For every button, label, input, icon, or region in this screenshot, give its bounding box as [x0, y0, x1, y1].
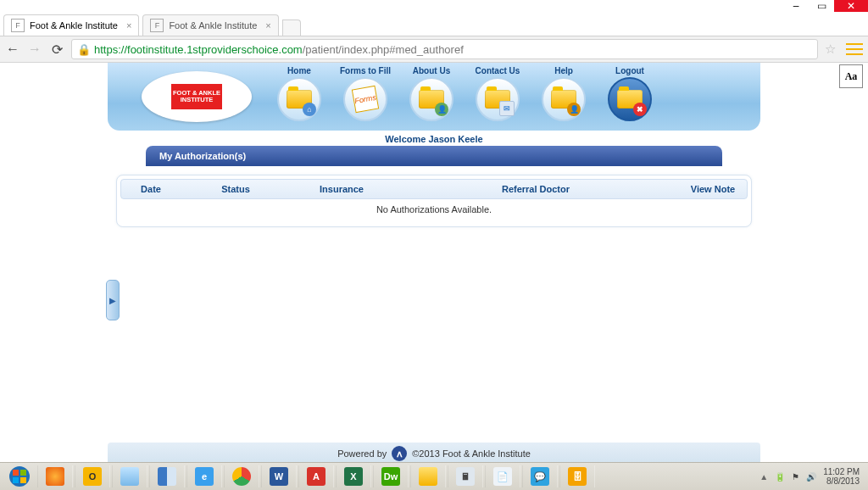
bookmark-star-icon[interactable]: ☆: [825, 42, 836, 57]
footer-copyright: ©2013 Foot & Ankle Institute: [412, 448, 531, 459]
main-nav: Home ⌂ Forms to Fill Forms About Us: [273, 66, 656, 121]
minimize-button[interactable]: –: [783, 0, 809, 12]
taskbar-app-chat[interactable]: 💬: [522, 465, 558, 487]
svg-rect-3: [13, 477, 19, 483]
toolbar: ← → ⟳ 🔒 https://footinstitute.1stprovide…: [0, 36, 868, 63]
back-button[interactable]: ←: [5, 42, 20, 57]
section-title-bar: My Authorization(s): [146, 146, 722, 166]
url-path: /patient/index.php#med_authoref: [303, 43, 464, 56]
forward-button[interactable]: →: [27, 42, 42, 57]
nav-orb: 👤: [409, 77, 453, 121]
nav-orb: ⌂: [277, 77, 321, 121]
windows-taskbar: O e W A X Dw 🖩 📄 💬 🗄 ▲ 🔋 ⚑ 🔊 11:02 PM 8/…: [0, 462, 868, 490]
close-button[interactable]: ✕: [834, 0, 868, 12]
col-insurance[interactable]: Insurance: [291, 184, 392, 194]
col-view-note[interactable]: View Note: [679, 184, 747, 194]
volume-icon[interactable]: 🔊: [806, 472, 816, 482]
nav-item-home[interactable]: Home ⌂: [273, 66, 326, 121]
taskbar-app-firefox[interactable]: [37, 465, 73, 487]
empty-state-message: No Authorizations Available.: [120, 199, 748, 223]
person-icon: 👤: [435, 103, 448, 116]
url-protocol: https://: [94, 43, 127, 56]
url-domain: footinstitute.1stproviderschoice.com: [127, 43, 303, 56]
taskbar-app-finder[interactable]: [149, 465, 185, 487]
logo: FOOT & ANKLE INSTITUTE: [142, 71, 252, 122]
window-caption-bar: – ▭ ✕: [0, 0, 868, 12]
home-icon: ⌂: [303, 103, 316, 116]
col-referral-doctor[interactable]: Referral Doctor: [392, 184, 679, 194]
forms-icon: Forms: [352, 86, 379, 113]
taskbar-app-calc[interactable]: 🖩: [448, 465, 483, 487]
start-button[interactable]: [3, 465, 36, 487]
tab-title: Foot & Ankle Institute: [30, 20, 118, 31]
nav-orb: 👤: [542, 77, 586, 121]
authorizations-card: Date Status Insurance Referral Doctor Vi…: [116, 175, 752, 227]
nav-item-logout[interactable]: Logout ✖: [604, 66, 656, 121]
nav-label: Home: [273, 66, 326, 75]
nav-item-about[interactable]: About Us 👤: [405, 66, 458, 121]
maximize-button[interactable]: ▭: [809, 0, 834, 12]
favicon-icon: F: [150, 19, 164, 32]
browser-tab-1[interactable]: F Foot & Ankle Institute ×: [3, 14, 139, 36]
time-text: 11:02 PM: [823, 467, 860, 476]
nav-label: Forms to Fill: [339, 66, 392, 75]
tab-close-icon[interactable]: ×: [126, 20, 131, 31]
header-banner: FOOT & ANKLE INSTITUTE Home ⌂ Forms to F…: [108, 63, 760, 131]
svg-point-0: [9, 466, 30, 487]
nav-label: About Us: [405, 66, 458, 75]
welcome-text: Welcome Jason Keele: [108, 131, 760, 146]
close-circle-icon: ✖: [633, 103, 647, 116]
tab-strip: F Foot & Ankle Institute × F Foot & Ankl…: [0, 12, 868, 36]
reload-button[interactable]: ⟳: [49, 42, 64, 58]
taskbar-app-ie[interactable]: e: [186, 465, 222, 487]
svg-rect-2: [20, 470, 26, 476]
date-text: 8/8/2013: [823, 476, 860, 486]
nav-item-forms[interactable]: Forms to Fill Forms: [339, 66, 392, 121]
nav-orb: ✉: [476, 77, 520, 121]
col-date[interactable]: Date: [121, 184, 181, 194]
taskbar-app-outlook[interactable]: O: [75, 465, 110, 487]
svg-rect-1: [13, 470, 19, 476]
text-size-button[interactable]: Aa: [839, 64, 863, 88]
footer-text: Powered by: [337, 448, 387, 459]
taskbar-app-explorer[interactable]: [410, 465, 446, 487]
logo-text: FOOT & ANKLE INSTITUTE: [171, 84, 222, 109]
chrome-menu-icon[interactable]: [846, 39, 863, 59]
taskbar-app-excel[interactable]: X: [336, 465, 371, 487]
taskbar-app-libraries[interactable]: [112, 465, 147, 487]
section-title: My Authorization(s): [159, 151, 246, 161]
nav-orb: Forms: [343, 77, 387, 121]
tab-title: Foot & Ankle Institute: [169, 20, 257, 31]
content-wrapper: ▶ FOOT & ANKLE INSTITUTE Home ⌂ Forms to…: [108, 63, 760, 227]
taskbar-app-reader[interactable]: A: [298, 465, 334, 487]
taskbar-app-word[interactable]: W: [261, 465, 297, 487]
taskbar-app-chrome[interactable]: [224, 465, 259, 487]
taskbar-app-dreamweaver[interactable]: Dw: [373, 465, 409, 487]
taskbar-app-notepad[interactable]: 📄: [485, 465, 520, 487]
tray-overflow-icon[interactable]: ▲: [760, 472, 768, 482]
address-bar[interactable]: 🔒 https://footinstitute.1stproviderschoi…: [71, 39, 818, 59]
nav-item-contact[interactable]: Contact Us ✉: [471, 66, 524, 121]
nav-orb: ✖: [608, 77, 652, 121]
lock-icon: 🔒: [77, 43, 91, 56]
mail-icon: ✉: [499, 101, 515, 116]
windows-logo-icon: [8, 465, 31, 487]
nav-label: Logout: [604, 66, 656, 75]
tab-close-icon[interactable]: ×: [265, 20, 270, 31]
flag-icon[interactable]: ⚑: [792, 472, 799, 482]
favicon-icon: F: [11, 19, 25, 32]
page-viewport: Aa ▶ FOOT & ANKLE INSTITUTE Home ⌂ Forms…: [0, 63, 868, 465]
nav-item-help[interactable]: Help 👤: [537, 66, 590, 121]
table-header-row: Date Status Insurance Referral Doctor Vi…: [120, 179, 748, 199]
footer-logo-icon: ʌ: [392, 446, 407, 461]
taskbar-app-db[interactable]: 🗄: [559, 465, 595, 487]
side-expand-handle[interactable]: ▶: [106, 280, 120, 320]
nav-label: Contact Us: [471, 66, 524, 75]
svg-rect-4: [20, 477, 26, 483]
person-icon: 👤: [567, 103, 581, 116]
battery-icon[interactable]: 🔋: [775, 472, 785, 482]
new-tab-button[interactable]: [282, 19, 301, 36]
browser-tab-2[interactable]: F Foot & Ankle Institute ×: [142, 14, 278, 36]
col-status[interactable]: Status: [181, 184, 291, 194]
taskbar-clock[interactable]: 11:02 PM 8/8/2013: [823, 467, 860, 486]
